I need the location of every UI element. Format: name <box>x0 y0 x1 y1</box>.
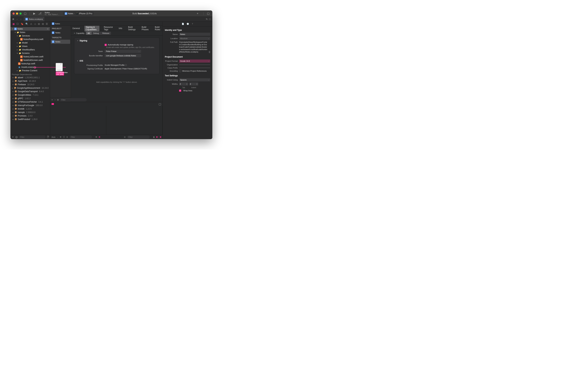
file-notesapp[interactable]: sNotesApp.swift <box>10 62 50 65</box>
package-row[interactable]: ▸📦SwiftProtobuf1.26.0 <box>10 118 50 121</box>
package-row[interactable]: ▸📦GTMSessionFetcher3.4.1 <box>10 100 50 104</box>
tab-resource-tags[interactable]: Resource Tags <box>102 26 114 31</box>
metrics-icon[interactable]: 👁 <box>96 136 97 138</box>
file-noteeditscreen[interactable]: sNoteEditScreen.swift <box>10 58 50 62</box>
scope-icon[interactable]: ◎ <box>15 136 18 138</box>
variables-filter-input[interactable] <box>70 135 92 139</box>
seg-debug[interactable]: Debug <box>92 32 100 35</box>
organization-field[interactable] <box>179 64 210 65</box>
project-format-dropdown[interactable]: Xcode 14.0⌄ <box>179 59 210 63</box>
project-root-row[interactable]: ▾ANotesM <box>10 27 50 31</box>
editor-breadcrumb[interactable]: A Notes <box>50 21 162 26</box>
indent-using-dropdown[interactable]: Spaces⌄ <box>179 78 210 81</box>
group-notes[interactable]: ▾📁Notes <box>10 31 50 34</box>
bundle-id-field[interactable]: com.google.firebase.codelab.Notes <box>104 54 141 57</box>
tab-build-phases[interactable]: Build Phases <box>140 26 150 31</box>
console-scope-icon[interactable]: ◎ <box>124 136 126 138</box>
package-row[interactable]: ▸📦GoogleAppMeasurement10.24.0 <box>10 86 50 90</box>
indent-width-stepper[interactable]: 2▲▼ <box>189 82 198 85</box>
history-inspector-tab[interactable]: 🕘 <box>186 23 189 25</box>
file-inspector-tab[interactable]: 📄 <box>182 23 184 25</box>
tab-width-stepper[interactable]: 2▲▼ <box>179 82 188 85</box>
toggle-inspector-icon[interactable]: ▢ <box>206 11 210 16</box>
config-segment[interactable]: All Debug Release <box>86 32 111 35</box>
debug-navigator-tab[interactable]: ⊟ <box>38 22 40 25</box>
variables-view[interactable] <box>50 106 106 135</box>
package-row[interactable]: ▸📦abseil1.2024011601.1 <box>10 76 50 79</box>
run-destination[interactable]: ANotes› 📱iPhone 15 Pro <box>63 12 94 15</box>
group-model[interactable]: ▸📁Model <box>10 41 50 44</box>
group-views[interactable]: ▸📁Views <box>10 44 50 48</box>
location-dropdown[interactable]: Absolute⌄ <box>179 37 210 40</box>
console-filter-input[interactable] <box>127 135 150 139</box>
class-prefix-field[interactable] <box>179 67 210 68</box>
minimize-window-button[interactable] <box>16 12 18 14</box>
console-view[interactable] <box>106 106 162 135</box>
memory-graph-icon[interactable]: ⊞ <box>99 136 100 138</box>
report-navigator-tab[interactable]: ☰ <box>46 22 48 25</box>
zoom-window-button[interactable] <box>20 12 22 14</box>
tab-info[interactable]: Info <box>117 26 124 30</box>
add-editor-button[interactable]: ＋ <box>196 11 200 16</box>
tab-general[interactable]: General <box>71 26 81 30</box>
back-button[interactable]: ‹ <box>15 18 19 20</box>
name-field[interactable]: Notes <box>179 33 210 36</box>
add-target-button[interactable]: ＋ <box>51 98 53 101</box>
related-items-icon[interactable]: ▦ <box>12 18 15 20</box>
package-row[interactable]: ▸📦Promises2.4.0 <box>10 114 50 118</box>
package-row[interactable]: ▸📦gRPC1.62.2 <box>10 97 50 100</box>
project-tree[interactable]: ▾ANotesM ▾📁Notes ▾📁Services sNotesReposi… <box>10 26 50 135</box>
tab-build-rules[interactable]: Build Rules <box>154 26 162 31</box>
remove-target-button[interactable]: － <box>54 98 56 101</box>
file-notes-repository[interactable]: sNotesRepository.swift <box>10 37 50 41</box>
wrap-lines-checkbox[interactable]: ✓ <box>179 89 181 92</box>
find-navigator-tab[interactable]: 🔍 <box>26 22 28 25</box>
package-row[interactable]: ▸📦AppCheck10.19.0 <box>10 79 50 83</box>
package-row[interactable]: ▸📦nanopb2.30910.0 <box>10 111 50 114</box>
refresh-icon[interactable]: ⇆ <box>206 18 208 20</box>
filter-scope-icon[interactable]: ◎ <box>66 136 68 138</box>
seg-all[interactable]: All <box>86 32 92 35</box>
add-file-button[interactable]: ＋ <box>12 136 14 138</box>
toggle-navigator-icon[interactable]: ▢ <box>23 11 27 16</box>
add-capability-button[interactable]: ＋ Capability <box>74 32 84 34</box>
quicklook-icon[interactable]: 👁 <box>60 136 62 138</box>
left-pane-toggle-icon[interactable]: ◧ <box>156 136 158 138</box>
test-navigator-tab[interactable]: ◇ <box>34 22 36 25</box>
info-icon[interactable]: ⓘ <box>125 64 127 66</box>
source-control-navigator-tab[interactable]: ☐ <box>16 22 18 25</box>
tab-build-settings[interactable]: Build Settings <box>127 26 137 31</box>
project-navigator-tab[interactable]: ▦ <box>12 22 14 25</box>
minimize-refs-checkbox[interactable] <box>179 70 181 72</box>
team-dropdown[interactable]: Peter Friese⌄ <box>104 50 141 53</box>
bookmark-navigator-tab[interactable]: 🔖 <box>21 22 24 25</box>
run-button[interactable]: ▶ <box>32 11 36 16</box>
seg-release[interactable]: Release <box>100 32 111 35</box>
reveal-path-button[interactable]: → <box>209 51 210 53</box>
right-pane-toggle-icon[interactable]: ◨ <box>160 136 161 138</box>
scheme-branch-icon[interactable]: ⎇ <box>38 11 42 16</box>
group-preview-content[interactable]: ▸📁Preview Content <box>10 69 50 72</box>
group-screens[interactable]: ▾📁Screens <box>10 51 50 55</box>
package-row[interactable]: ▸📦GoogleDataTransport9.4.0 <box>10 90 50 93</box>
group-services[interactable]: ▾📁Services <box>10 34 50 37</box>
debug-view-toggle-icon[interactable]: ▢ <box>158 102 161 106</box>
scheme-selector[interactable]: Notes #1 · Add "Notes f… <box>45 11 60 15</box>
close-window-button[interactable] <box>12 12 14 14</box>
adjust-editor-icon[interactable]: ▢ <box>209 18 210 20</box>
package-row[interactable]: ▸📦Firebase10.24.0 <box>10 83 50 86</box>
package-row[interactable]: ▸📦leveldb1.22.5 <box>10 107 50 111</box>
breakpoint-navigator-tab[interactable]: ⊟ <box>42 22 44 25</box>
file-noteslistscreen[interactable]: sNotesListScreen.swift <box>10 55 50 58</box>
forward-button[interactable]: › <box>19 18 23 20</box>
info-icon[interactable]: ⓘ <box>63 136 65 138</box>
target-scope-icon[interactable]: ◎ <box>57 99 59 101</box>
target-item-selected[interactable]: ANotes <box>51 40 70 44</box>
package-row[interactable]: ▸📦GoogleUtilities7.13.1 <box>10 93 50 97</box>
tab-signing[interactable]: Signing & Capabilities <box>84 26 100 31</box>
group-viewmodifiers[interactable]: ▸📁ViewModifiers <box>10 48 50 51</box>
help-inspector-tab[interactable]: ？ <box>192 22 194 25</box>
navigator-filter-input[interactable] <box>19 135 46 139</box>
recent-filter-icon[interactable]: ⏱ <box>47 136 50 138</box>
editor-tab-active[interactable]: A Notes.xcodeproj <box>24 17 45 21</box>
